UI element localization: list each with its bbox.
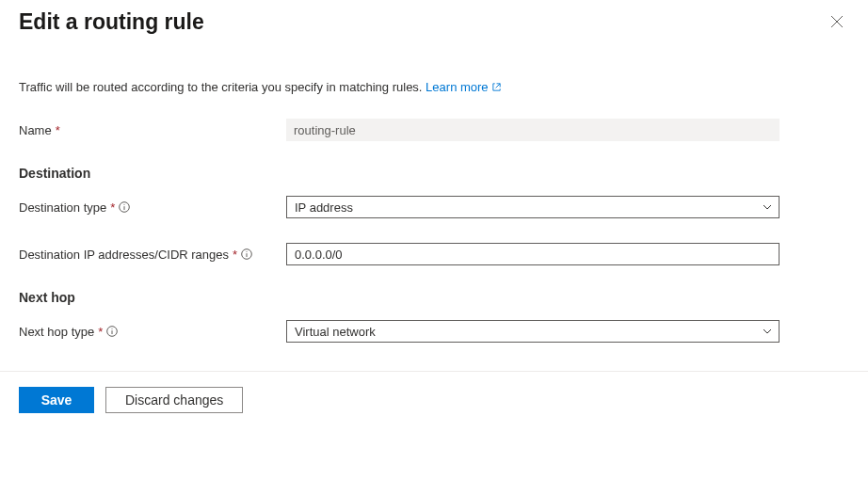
next-hop-type-label: Next hop type * bbox=[19, 325, 279, 339]
close-icon bbox=[830, 17, 844, 31]
destination-ip-input[interactable] bbox=[286, 243, 780, 265]
destination-type-select[interactable]: IP address bbox=[286, 196, 780, 218]
chevron-down-icon bbox=[762, 201, 773, 213]
learn-more-link[interactable]: Learn more bbox=[426, 80, 502, 94]
next-hop-type-select[interactable]: Virtual network bbox=[286, 320, 780, 343]
required-asterisk: * bbox=[110, 200, 115, 215]
close-button[interactable] bbox=[825, 9, 849, 34]
destination-ip-label: Destination IP addresses/CIDR ranges * bbox=[19, 248, 279, 262]
name-label: Name * bbox=[19, 123, 279, 137]
svg-point-5 bbox=[124, 204, 125, 205]
save-button[interactable]: Save bbox=[19, 387, 94, 413]
external-link-icon bbox=[491, 80, 502, 94]
info-icon[interactable] bbox=[106, 326, 118, 337]
info-icon[interactable] bbox=[241, 248, 252, 260]
chevron-down-icon bbox=[762, 326, 773, 337]
panel-title: Edit a routing rule bbox=[19, 9, 204, 35]
svg-point-8 bbox=[247, 251, 248, 252]
discard-button[interactable]: Discard changes bbox=[105, 387, 243, 413]
destination-type-label: Destination type * bbox=[19, 200, 279, 215]
required-asterisk: * bbox=[233, 248, 237, 262]
name-input bbox=[286, 119, 780, 141]
panel-description: Traffic will be routed according to the … bbox=[19, 80, 849, 94]
svg-line-2 bbox=[496, 84, 501, 88]
info-icon[interactable] bbox=[119, 201, 130, 213]
footer-bar: Save Discard changes bbox=[0, 372, 868, 428]
next-hop-heading: Next hop bbox=[19, 290, 849, 305]
destination-heading: Destination bbox=[19, 166, 849, 181]
svg-point-11 bbox=[112, 328, 113, 329]
required-asterisk: * bbox=[56, 123, 60, 137]
required-asterisk: * bbox=[98, 325, 103, 339]
